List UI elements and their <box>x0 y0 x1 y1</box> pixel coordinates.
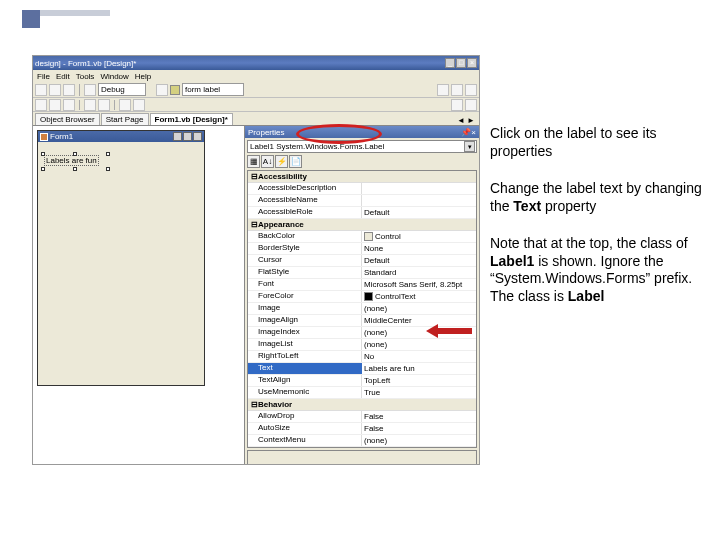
toolbar-nav2-icon[interactable] <box>451 84 463 96</box>
resize-handle-nw[interactable] <box>41 152 45 156</box>
toolbar-misc-icon[interactable] <box>156 84 168 96</box>
form-label-icon <box>170 85 180 95</box>
prop-row-enabled[interactable]: EnabledTrue <box>248 447 476 448</box>
object-selector-dropdown[interactable]: Label1 System.Windows.Forms.Label ▾ <box>247 140 477 153</box>
resize-handle-ne[interactable] <box>106 152 110 156</box>
alphabetical-button[interactable]: A↓ <box>261 155 274 168</box>
prop-row-autosize[interactable]: AutoSizeFalse <box>248 423 476 435</box>
prop-row-allowdrop[interactable]: AllowDropFalse <box>248 411 476 423</box>
prop-row-contextmenu[interactable]: ContextMenu(none) <box>248 435 476 447</box>
prop-row-cursor[interactable]: CursorDefault <box>248 255 476 267</box>
ide-titlebar: design] - Form1.vb [Design]* _ □ × <box>33 56 479 70</box>
properties-button[interactable]: ⚡ <box>275 155 288 168</box>
properties-close-icon[interactable]: × <box>471 128 476 137</box>
prop-row-usemnemonic[interactable]: UseMnemonicTrue <box>248 387 476 399</box>
menu-window[interactable]: Window <box>100 72 128 81</box>
form-title: Form1 <box>50 132 73 141</box>
layout-order-icon[interactable] <box>451 99 463 111</box>
tab-object-browser[interactable]: Object Browser <box>35 113 100 125</box>
category-behavior[interactable]: ⊟Behavior <box>248 399 476 411</box>
prop-row-righttoleft[interactable]: RightToLeftNo <box>248 351 476 363</box>
prop-row-accessiblename[interactable]: AccessibleName <box>248 195 476 207</box>
dropdown-arrow-icon[interactable]: ▾ <box>464 141 475 152</box>
toolbar-nav-icon[interactable] <box>437 84 449 96</box>
color-swatch-icon <box>364 292 373 301</box>
events-button[interactable]: 📄 <box>289 155 302 168</box>
annotation-1: Click on the label to see its properties <box>490 125 708 160</box>
menu-tools[interactable]: Tools <box>76 72 95 81</box>
resize-handle-sw[interactable] <box>41 167 45 171</box>
main-toolbar: Debug form label <box>33 82 479 98</box>
form-label-dropdown[interactable]: form label <box>182 83 244 96</box>
layout-align-icon[interactable] <box>35 99 47 111</box>
layout-size-icon[interactable] <box>84 99 96 111</box>
maximize-button[interactable]: □ <box>456 58 466 68</box>
form-designer[interactable]: Form1 Labels are fun <box>33 126 244 465</box>
layout-align2-icon[interactable] <box>49 99 61 111</box>
document-tabbar: Object Browser Start Page Form1.vb [Desi… <box>33 112 479 126</box>
menubar: File Edit Tools Window Help <box>33 70 479 82</box>
ide-title-text: design] - Form1.vb [Design]* <box>35 59 136 68</box>
ide-window: design] - Form1.vb [Design]* _ □ × File … <box>32 55 480 465</box>
layout-space-icon[interactable] <box>119 99 131 111</box>
prop-row-imagelist[interactable]: ImageList(none) <box>248 339 476 351</box>
property-description <box>247 450 477 465</box>
toolbar-save-icon[interactable] <box>63 84 75 96</box>
form-maximize-icon <box>183 132 192 141</box>
color-swatch-icon <box>364 232 373 241</box>
prop-row-accessiblerole[interactable]: AccessibleRoleDefault <box>248 207 476 219</box>
prop-row-accessibledescription[interactable]: AccessibleDescription <box>248 183 476 195</box>
toolbar-run-icon[interactable] <box>84 84 96 96</box>
annotation-text-block: Click on the label to see its properties… <box>490 125 708 325</box>
toolbar-open-icon[interactable] <box>49 84 61 96</box>
menu-help[interactable]: Help <box>135 72 151 81</box>
properties-title: Properties <box>248 128 284 137</box>
categorized-button[interactable]: ▦ <box>247 155 260 168</box>
prop-row-flatstyle[interactable]: FlatStyleStandard <box>248 267 476 279</box>
menu-edit[interactable]: Edit <box>56 72 70 81</box>
minimize-button[interactable]: _ <box>445 58 455 68</box>
prop-row-image[interactable]: Image(none) <box>248 303 476 315</box>
layout-align3-icon[interactable] <box>63 99 75 111</box>
close-button[interactable]: × <box>467 58 477 68</box>
property-grid: ⊟Accessibility AccessibleDescription Acc… <box>247 170 477 448</box>
toolbar-nav3-icon[interactable] <box>465 84 477 96</box>
layout-size2-icon[interactable] <box>98 99 110 111</box>
prop-row-borderstyle[interactable]: BorderStyleNone <box>248 243 476 255</box>
prop-row-font[interactable]: FontMicrosoft Sans Serif, 8.25pt <box>248 279 476 291</box>
resize-handle-se[interactable] <box>106 167 110 171</box>
form-minimize-icon <box>173 132 182 141</box>
annotation-2: Change the label text by changing the Te… <box>490 180 708 215</box>
annotation-3: Note that at the top, the class of Label… <box>490 235 708 305</box>
properties-panel: Properties 📌 × Label1 System.Windows.For… <box>245 126 479 465</box>
properties-pin-icon[interactable]: 📌 <box>461 128 471 137</box>
label-control[interactable]: Labels are fun <box>44 155 99 166</box>
category-appearance[interactable]: ⊟Appearance <box>248 219 476 231</box>
menu-file[interactable]: File <box>37 72 50 81</box>
layout-space2-icon[interactable] <box>133 99 145 111</box>
prop-row-forecolor[interactable]: ForeColorControlText <box>248 291 476 303</box>
prop-row-text[interactable]: TextLabels are fun <box>248 363 476 375</box>
category-accessibility[interactable]: ⊟Accessibility <box>248 171 476 183</box>
config-dropdown[interactable]: Debug <box>98 83 146 96</box>
prop-row-imagealign[interactable]: ImageAlignMiddleCenter <box>248 315 476 327</box>
layout-toolbar <box>33 98 479 112</box>
form-close-icon <box>193 132 202 141</box>
prop-row-textalign[interactable]: TextAlignTopLeft <box>248 375 476 387</box>
toolbar-new-icon[interactable] <box>35 84 47 96</box>
form-preview-window: Form1 Labels are fun <box>37 130 205 386</box>
prop-row-imageindex[interactable]: ImageIndex(none) <box>248 327 476 339</box>
object-selector-text: Label1 System.Windows.Forms.Label <box>250 142 384 151</box>
layout-order2-icon[interactable] <box>465 99 477 111</box>
design-grid <box>38 142 204 385</box>
tab-form-design[interactable]: Form1.vb [Design]* <box>150 113 233 125</box>
slide-bullet-decoration <box>22 10 40 28</box>
prop-row-backcolor[interactable]: BackColorControl <box>248 231 476 243</box>
resize-handle-n[interactable] <box>73 152 77 156</box>
tab-start-page[interactable]: Start Page <box>101 113 149 125</box>
form-icon <box>40 133 48 141</box>
resize-handle-s[interactable] <box>73 167 77 171</box>
